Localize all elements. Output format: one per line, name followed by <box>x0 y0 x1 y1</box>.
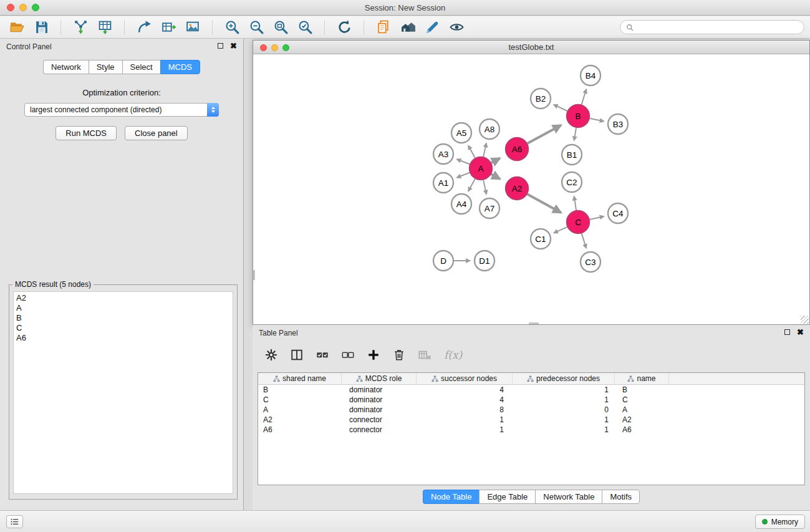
network-node-D[interactable]: D <box>433 251 453 271</box>
export-image-icon[interactable] <box>183 18 202 37</box>
network-node-B2[interactable]: B2 <box>531 89 551 109</box>
table-row[interactable]: Cdominator41C <box>258 395 804 405</box>
mcds-result-list[interactable]: A2ABCA6 <box>13 291 233 494</box>
mcds-result-item[interactable]: A <box>14 303 233 313</box>
vertical-scroll-indicator[interactable] <box>253 270 255 280</box>
table-cell[interactable]: 1 <box>513 415 615 425</box>
network-edge-A-A1[interactable] <box>457 173 470 178</box>
network-close-button[interactable] <box>260 44 267 51</box>
zoom-in-icon[interactable] <box>223 18 241 37</box>
float-panel-icon[interactable] <box>218 43 223 49</box>
mcds-result-item[interactable]: B <box>14 313 233 323</box>
network-edge-B-B1[interactable] <box>574 128 576 141</box>
network-edge-C-C3[interactable] <box>582 233 586 248</box>
network-node-C3[interactable]: C3 <box>581 252 600 272</box>
zoom-selected-icon[interactable] <box>296 18 314 37</box>
network-node-A1[interactable]: A1 <box>433 173 453 193</box>
table-row[interactable]: Adominator80A <box>258 405 804 415</box>
task-history-button[interactable] <box>6 515 23 528</box>
split-columns-icon[interactable] <box>288 346 306 364</box>
select-all-icon[interactable] <box>314 346 331 364</box>
network-edge-B-B2[interactable] <box>554 105 567 111</box>
table-cell[interactable]: 4 <box>417 385 513 395</box>
network-node-B[interactable]: B <box>567 105 589 127</box>
table-cell[interactable]: 8 <box>417 405 513 415</box>
network-edge-C-C1[interactable] <box>554 227 567 233</box>
network-zoom-button[interactable] <box>282 44 289 51</box>
table-tab-node-table[interactable]: Node Table <box>423 490 480 504</box>
network-node-A4[interactable]: A4 <box>451 194 471 214</box>
table-cell[interactable]: dominator <box>342 385 417 395</box>
network-edge-B-B4[interactable] <box>582 89 587 105</box>
mcds-result-item[interactable]: A2 <box>14 293 233 303</box>
network-edge-A-A6[interactable] <box>491 158 500 163</box>
close-window-button[interactable] <box>7 4 14 11</box>
control-tab-mcds[interactable]: MCDS <box>160 60 200 74</box>
deselect-all-icon[interactable] <box>339 346 357 364</box>
delete-table-icon[interactable] <box>416 346 433 364</box>
table-settings-icon[interactable] <box>263 346 280 364</box>
network-node-C1[interactable]: C1 <box>531 229 551 249</box>
add-column-icon[interactable] <box>365 346 382 364</box>
table-cell[interactable]: A2 <box>258 415 342 425</box>
network-node-B3[interactable]: B3 <box>608 114 628 134</box>
network-from-selection-icon[interactable] <box>374 18 393 37</box>
horizontal-scroll-indicator[interactable] <box>529 322 539 324</box>
table-tab-motifs[interactable]: Motifs <box>602 490 640 504</box>
network-node-D1[interactable]: D1 <box>475 251 494 271</box>
network-node-A3[interactable]: A3 <box>433 144 453 164</box>
network-node-C[interactable]: C <box>567 211 589 233</box>
table-cell[interactable]: 1 <box>513 385 615 395</box>
network-edge-C-C2[interactable] <box>574 196 577 211</box>
table-row[interactable]: A2connector11A2 <box>258 415 804 425</box>
table-cell[interactable]: A2 <box>615 415 669 425</box>
delete-column-icon[interactable] <box>390 346 408 364</box>
table-cell[interactable]: 4 <box>417 395 513 405</box>
home-icon[interactable] <box>398 18 417 37</box>
float-table-panel-icon[interactable] <box>784 329 790 335</box>
network-canvas[interactable]: B4B2BB3A5A8A6A3B1AC2A1A2A4A7C4CC1C3DD1 <box>253 55 809 324</box>
function-builder-label[interactable]: f(x) <box>444 349 462 361</box>
column-header-shared-name[interactable]: shared name <box>258 373 342 384</box>
table-cell[interactable]: 1 <box>513 425 615 435</box>
mcds-result-item[interactable]: A6 <box>14 333 233 343</box>
table-tab-edge-table[interactable]: Edge Table <box>479 490 535 504</box>
network-edge-A2-C[interactable] <box>528 194 561 213</box>
zoom-out-icon[interactable] <box>247 18 266 37</box>
control-tab-network[interactable]: Network <box>43 60 89 74</box>
zoom-window-button[interactable] <box>32 4 39 11</box>
network-node-A8[interactable]: A8 <box>480 119 499 139</box>
network-node-C2[interactable]: C2 <box>562 172 582 192</box>
table-cell[interactable]: B <box>258 385 342 395</box>
network-node-A7[interactable]: A7 <box>480 198 499 218</box>
control-tab-select[interactable]: Select <box>122 60 160 74</box>
table-cell[interactable]: C <box>258 395 342 405</box>
network-node-A2[interactable]: A2 <box>506 177 528 200</box>
mcds-result-item[interactable]: C <box>14 323 233 333</box>
network-node-A5[interactable]: A5 <box>451 123 471 143</box>
table-tab-network-table[interactable]: Network Table <box>535 490 602 504</box>
table-cell[interactable]: B <box>615 385 669 395</box>
column-header-mcds-role[interactable]: MCDS role <box>342 373 417 384</box>
refresh-icon[interactable] <box>335 18 354 37</box>
network-minimize-button[interactable] <box>271 44 278 51</box>
graphics-details-icon[interactable] <box>423 18 441 37</box>
control-tab-style[interactable]: Style <box>89 60 122 74</box>
export-network-icon[interactable] <box>135 18 153 37</box>
export-table-icon[interactable] <box>159 18 178 37</box>
run-mcds-button[interactable]: Run MCDS <box>55 126 117 140</box>
table-cell[interactable]: 0 <box>513 405 615 415</box>
table-cell[interactable]: connector <box>342 425 417 435</box>
network-node-B4[interactable]: B4 <box>581 65 600 85</box>
network-graph[interactable]: B4B2BB3A5A8A6A3B1AC2A1A2A4A7C4CC1C3DD1 <box>253 55 809 324</box>
network-edge-C-C4[interactable] <box>590 216 604 220</box>
network-edge-A-A2[interactable] <box>491 174 500 179</box>
import-network-icon[interactable] <box>71 18 90 37</box>
close-table-panel-icon[interactable]: ✖ <box>797 329 804 336</box>
open-session-icon[interactable] <box>7 18 26 37</box>
save-session-icon[interactable] <box>32 18 51 37</box>
table-row[interactable]: A6connector11A6 <box>258 425 804 435</box>
column-header-predecessor-nodes[interactable]: predecessor nodes <box>513 373 615 384</box>
network-window-titlebar[interactable]: testGlobe.txt <box>253 41 809 54</box>
table-cell[interactable]: 1 <box>417 425 513 435</box>
